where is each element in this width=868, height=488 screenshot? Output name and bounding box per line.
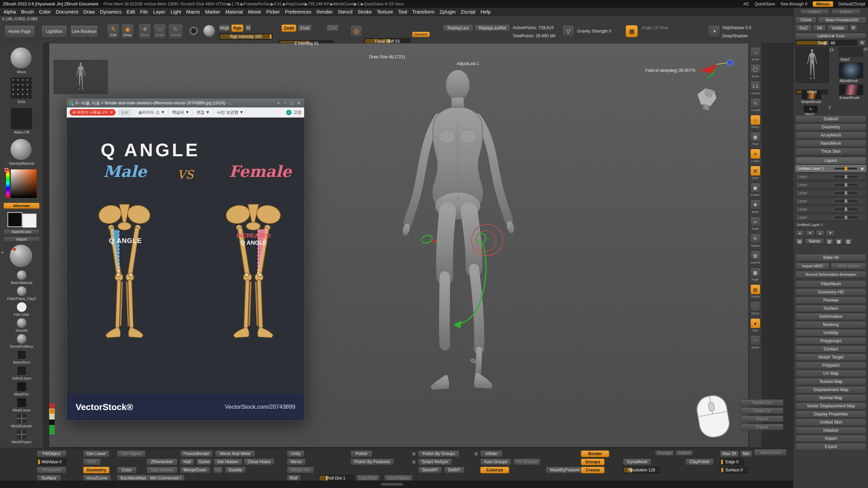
- tool-section-header[interactable]: Unified Skin: [795, 419, 866, 426]
- morph-uv-button[interactable]: Morph UV: [287, 467, 314, 473]
- layer-eye-icon[interactable]: ◉: [861, 166, 864, 171]
- move-button[interactable]: ✚ Move: [138, 24, 151, 39]
- border-button[interactable]: Border: [581, 450, 609, 457]
- right-shelf-item[interactable]: ⋯ Xpose: [750, 335, 761, 349]
- right-shelf-icon[interactable]: ▤: [750, 250, 761, 261]
- obj-shadow-slider[interactable]: ObjShadow 0.3: [722, 25, 751, 30]
- right-shelf-item[interactable]: ▭ Scale: [750, 217, 761, 230]
- mdd-speed-button[interactable]: MDD Speed: [831, 263, 866, 269]
- delmt-button[interactable]: DelMT: [444, 467, 465, 473]
- left-shelf-item[interactable]: SmoothValleys: [3, 334, 40, 350]
- zcut-button[interactable]: Zcut: [326, 24, 339, 32]
- max-slider[interactable]: Max 25: [720, 450, 739, 457]
- uv-groups-button[interactable]: Uv Groups: [513, 459, 540, 465]
- right-shelf-item[interactable]: ▩ PolyF: [750, 267, 761, 281]
- collapse-arrow[interactable]: ◄: [0, 250, 4, 254]
- focal-shift-icon[interactable]: ◎: [350, 25, 362, 37]
- viewer-maximize-button[interactable]: ▢: [289, 100, 295, 106]
- menu-item[interactable]: Movie: [248, 9, 261, 15]
- layer-slider-handle[interactable]: [845, 207, 847, 211]
- menu-item[interactable]: Marker: [205, 9, 220, 15]
- menu-item[interactable]: Macro: [186, 9, 200, 15]
- left-shelf-item[interactable]: MaskPen: [3, 382, 40, 398]
- step2-tool-thumb[interactable]: [839, 47, 863, 57]
- unify-button[interactable]: Unify: [287, 450, 304, 457]
- deep-shadow-button[interactable]: DeepShadow: [722, 34, 748, 38]
- tool-section-header[interactable]: Export: [795, 443, 866, 450]
- photo-library-menu[interactable]: 사진 보관함 ▼: [217, 109, 244, 115]
- right-shelf-item[interactable]: ▣ Frame: [750, 183, 761, 197]
- half-button[interactable]: Half: [180, 459, 194, 465]
- right-shelf-icon[interactable]: ≡: [750, 149, 761, 159]
- hue-bar[interactable]: [6, 169, 9, 198]
- tool-section-header[interactable]: Morph Target: [795, 353, 866, 361]
- menu-item[interactable]: Help: [480, 9, 491, 15]
- fillobject-button[interactable]: FillObject: [37, 450, 66, 457]
- layer-slider-handle[interactable]: [845, 199, 847, 203]
- menu-item[interactable]: Light: [171, 9, 181, 15]
- mask-by-feature-button[interactable]: MaskByFeature: [546, 467, 584, 473]
- quicksave-button[interactable]: QuickSave: [755, 2, 775, 6]
- right-shelf-item[interactable]: ● Solo: [750, 318, 761, 332]
- layer-slider-handle[interactable]: [845, 183, 847, 187]
- auto-groups-button[interactable]: Auto Groups: [480, 459, 511, 465]
- viewer-image[interactable]: Q ANGLE Male VS Female Q ANGLE INCREASED…: [67, 118, 304, 394]
- image-viewer-window[interactable]: 0 - 비율, 리듬 > female-and-male-skeleton-di…: [66, 98, 304, 421]
- layer-arrow-button[interactable]: ▼: [826, 230, 835, 236]
- swatch-red[interactable]: [49, 403, 55, 409]
- midvalue-slider[interactable]: MidValue 0: [37, 459, 66, 465]
- layer-row[interactable]: Layer: [795, 189, 866, 196]
- tool-section-header[interactable]: Preview: [795, 297, 866, 304]
- polish-button[interactable]: Polish: [351, 450, 372, 457]
- menu-item[interactable]: Layer: [153, 9, 165, 15]
- del-higher-button[interactable]: Del Higher: [117, 450, 145, 457]
- tool-section-header[interactable]: Deformation: [795, 313, 866, 320]
- goz-r-button[interactable]: R: [850, 25, 857, 32]
- menu-item[interactable]: Picker: [266, 9, 280, 15]
- storemt-button[interactable]: StoreMT: [418, 467, 442, 473]
- right-shelf-icon[interactable]: 1:1: [750, 81, 761, 91]
- step2-slider[interactable]: Step2. 48: [795, 40, 857, 46]
- claypolish-button[interactable]: ClayPolish: [685, 459, 714, 465]
- dynamesh-button[interactable]: DynaMesh: [623, 459, 651, 465]
- alpha-thumb[interactable]: [11, 108, 32, 129]
- viewer-titlebar[interactable]: 0 - 비율, 리듬 > female-and-male-skeleton-di…: [67, 99, 304, 107]
- split-screen-button[interactable]: Split Screen: [754, 449, 787, 456]
- lightbox-tools-header[interactable]: Lightbox►Tools: [795, 33, 866, 39]
- scale-button[interactable]: ▭ Scale: [153, 24, 166, 39]
- del-lower-button[interactable]: Del Lower: [83, 450, 110, 457]
- right-shelf-item[interactable]: ◇ Persp: [750, 115, 761, 129]
- left-shelf-item[interactable]: Smooth: [3, 318, 40, 334]
- gravity-strength-slider[interactable]: Gravity Strength 0: [577, 29, 611, 34]
- m-button[interactable]: M: [245, 24, 252, 32]
- tool-section-header[interactable]: ArrayMesh: [795, 131, 866, 139]
- tool-section-header[interactable]: Normal Map: [795, 394, 866, 402]
- live-boolean-button[interactable]: Live Boolean: [70, 25, 98, 38]
- switch-color-button[interactable]: SwitchColor: [3, 229, 40, 235]
- dynamesh-groups-toggle[interactable]: Groups: [655, 450, 674, 456]
- see-through-slider[interactable]: See-through 0: [781, 2, 807, 6]
- right-shelf-item[interactable]: ▨ Transp: [750, 284, 761, 298]
- replay-last-rel-button[interactable]: ReplayLastRel: [475, 24, 510, 32]
- right-shelf-icon[interactable]: ⊞: [750, 166, 761, 176]
- main-color-swatch[interactable]: [7, 212, 22, 227]
- split-hidden-button[interactable]: Split Hidden: [146, 467, 178, 473]
- angle-of-view-icon[interactable]: ▦: [626, 25, 638, 37]
- swatch-green[interactable]: [49, 425, 55, 434]
- right-shelf-item[interactable]: ↔ Scroll: [750, 47, 761, 61]
- viewer-close-button[interactable]: ✕: [295, 100, 302, 106]
- tool-section-header[interactable]: Thick Skin: [795, 148, 866, 155]
- right-shelf-icon[interactable]: ✚: [750, 200, 761, 210]
- double-button[interactable]: Double: [225, 467, 246, 473]
- swatch-black[interactable]: [49, 420, 55, 425]
- min-button[interactable]: Min: [740, 450, 752, 457]
- mrgb-button[interactable]: Mrgb: [219, 24, 230, 32]
- tool-section-header[interactable]: Surface: [795, 305, 866, 312]
- menu-item[interactable]: Brush: [21, 9, 34, 15]
- tool-section-header[interactable]: Displacement Map: [795, 386, 866, 393]
- polish-toggle-dot[interactable]: [412, 452, 416, 456]
- menu-item[interactable]: Transform: [412, 9, 435, 15]
- tool-section-header[interactable]: Contact: [795, 345, 866, 353]
- right-shelf-icon[interactable]: ↔: [750, 47, 761, 57]
- same-button[interactable]: Same: [196, 459, 212, 465]
